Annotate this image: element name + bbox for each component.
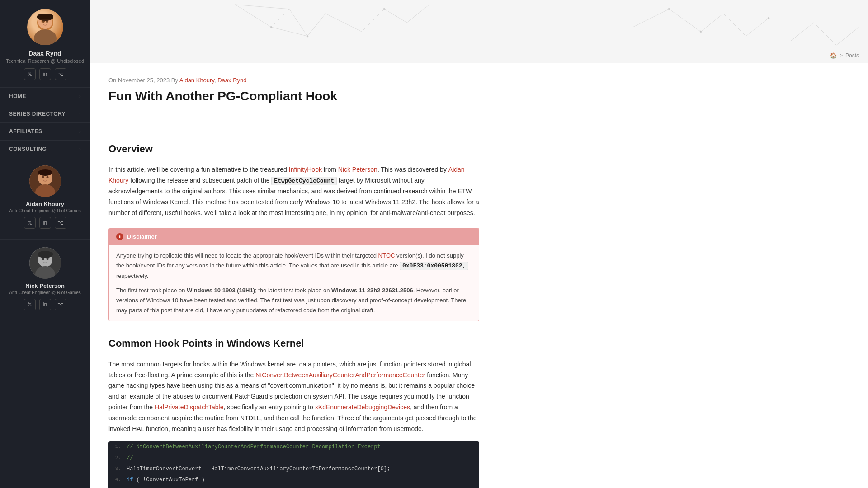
svg-point-42 <box>668 8 670 10</box>
svg-point-39 <box>270 26 272 28</box>
ntconvert-link[interactable]: NtConvertBetweenAuxiliaryCounterAndPerfo… <box>255 371 425 379</box>
disclaimer-content: Anyone trying to replicate this will nee… <box>109 245 479 321</box>
code-line-3-text: HalpTimerConvertConvert = HalTimerConver… <box>127 465 479 474</box>
overview-heading: Overview <box>108 141 479 157</box>
breadcrumb-current: Posts <box>845 52 859 59</box>
disclaimer-title: Disclaimer <box>127 232 157 242</box>
article-meta: On November 25, 2023 By Aidan Khoury, Da… <box>108 77 850 84</box>
disclaimer-icon: ℹ <box>116 233 123 240</box>
author-link-daax[interactable]: Daax Rynd <box>217 77 246 84</box>
svg-point-41 <box>383 8 385 10</box>
disclaimer-p1: Anyone trying to replicate this will nee… <box>116 251 472 281</box>
code-comment-2: // <box>127 454 479 463</box>
svg-line-28 <box>384 9 407 23</box>
svg-point-18 <box>46 258 48 260</box>
svg-line-37 <box>814 23 836 45</box>
svg-line-22 <box>289 9 307 36</box>
svg-line-32 <box>701 14 723 32</box>
nav-affiliates-label: AFFILIATES <box>9 128 42 135</box>
nick-peterson-link[interactable]: Nick Peterson <box>338 166 377 173</box>
svg-line-35 <box>769 18 791 41</box>
nav-home[interactable]: HOME › <box>0 87 90 105</box>
common-hooks-heading: Common Hook Points in Windows Kernel <box>108 335 479 352</box>
author-link-aidan[interactable]: Aidan Khoury <box>179 77 214 84</box>
linkedin-icon-nick[interactable]: in <box>39 299 51 310</box>
hero-area: 🏠 > Posts <box>90 0 868 63</box>
disclaimer-p2: The first test took place on Windows 10 … <box>116 286 472 315</box>
aidan-role: Anti-Cheat Engineer @ Riot Games <box>5 208 85 213</box>
svg-point-17 <box>42 258 44 260</box>
main-user-avatar <box>27 9 63 45</box>
nav-consulting-label: CONSULTING <box>9 146 47 152</box>
breadcrumb-separator: > <box>840 52 843 59</box>
github-icon-aidan[interactable]: ⌥ <box>55 217 66 229</box>
svg-line-26 <box>326 14 362 32</box>
svg-line-24 <box>235 5 289 9</box>
author-nick-section: Nick Peterson Anti-Cheat Engineer @ Riot… <box>0 239 90 321</box>
nick-socials: 𝕏 in ⌥ <box>24 299 66 310</box>
main-user-name: Daax Rynd <box>28 50 61 57</box>
svg-line-36 <box>791 23 814 41</box>
aidan-name: Aidan Khoury <box>26 201 64 207</box>
linkedin-icon-main[interactable]: in <box>39 68 51 80</box>
svg-point-44 <box>768 17 769 19</box>
svg-line-21 <box>271 9 289 27</box>
github-icon-main[interactable]: ⌥ <box>55 68 66 80</box>
svg-point-12 <box>46 176 48 178</box>
nav-series-directory[interactable]: SERIES DIRECTORY › <box>0 105 90 122</box>
svg-point-40 <box>307 35 308 37</box>
github-icon-nick[interactable]: ⌥ <box>55 299 66 310</box>
svg-point-13 <box>38 169 52 176</box>
article-header: On November 25, 2023 By Aidan Khoury, Da… <box>90 63 868 113</box>
disclaimer-box: ℹ Disclaimer Anyone trying to replicate … <box>108 228 479 322</box>
nav-consulting[interactable]: CONSULTING › <box>0 140 90 158</box>
svg-line-29 <box>407 5 429 23</box>
code-line-5: 5. HalpTimerConvertConvert = HalTimerCon… <box>108 486 479 488</box>
svg-line-30 <box>633 9 669 27</box>
chevron-right-icon: › <box>79 129 81 134</box>
home-icon[interactable]: 🏠 <box>830 52 837 59</box>
code-comment-1: // NtConvertBetweenAuxiliaryCounterAndPe… <box>127 442 479 451</box>
code-line-4-text: if ( !ConvertAuxToPerf ) <box>127 475 479 484</box>
nav-home-label: HOME <box>9 93 26 99</box>
svg-point-11 <box>42 176 44 178</box>
article-body: Overview In this article, we'll be cover… <box>90 113 497 488</box>
article-date: November 25, 2023 <box>118 77 170 84</box>
hal-dispatch-link[interactable]: HalPrivateDispatchTable <box>155 404 224 411</box>
linkedin-icon-aidan[interactable]: in <box>39 217 51 229</box>
main-user-role: Technical Research @ Undisclosed <box>1 58 89 64</box>
svg-line-31 <box>669 9 701 32</box>
author-aidan-section: Aidan Khoury Anti-Cheat Engineer @ Riot … <box>0 158 90 239</box>
nav-affiliates[interactable]: AFFILIATES › <box>0 122 90 140</box>
xkd-link[interactable]: xKdEnumerateDebuggingDevices <box>315 404 410 411</box>
svg-point-1 <box>34 29 57 45</box>
code-line-2: 2. // <box>108 453 479 464</box>
ntос-text: NTОС <box>378 252 395 259</box>
nick-avatar <box>29 247 61 279</box>
code-line-1: 1. // NtConvertBetweenAuxiliaryCounterAn… <box>108 441 479 452</box>
svg-rect-7 <box>37 14 53 19</box>
infinity-hook-link[interactable]: InfinityHook <box>289 166 322 173</box>
sidebar: Daax Rynd Technical Research @ Undisclos… <box>0 0 90 488</box>
values-code: 0x0F33:0x00501802, <box>400 262 468 270</box>
chevron-right-icon: › <box>79 112 81 117</box>
nav-series-label: SERIES DIRECTORY <box>9 111 66 117</box>
code-line-3: 3. HalpTimerConvertConvert = HalTimerCon… <box>108 464 479 474</box>
main-content: 🏠 > Posts On November 25, 2023 By Aidan … <box>90 0 868 488</box>
main-user-socials: 𝕏 in ⌥ <box>24 68 66 80</box>
hero-decoration <box>90 0 868 63</box>
svg-line-20 <box>235 5 271 27</box>
svg-point-19 <box>38 251 53 258</box>
twitter-icon-nick[interactable]: 𝕏 <box>24 299 36 310</box>
twitter-icon-main[interactable]: 𝕏 <box>24 68 36 80</box>
svg-line-27 <box>362 9 384 32</box>
twitter-icon-aidan[interactable]: 𝕏 <box>24 217 36 229</box>
svg-line-23 <box>307 14 326 36</box>
code-line-4: 4. if ( !ConvertAuxToPerf ) <box>108 474 479 485</box>
disclaimer-header: ℹ Disclaimer <box>109 228 479 245</box>
aidan-avatar <box>29 165 61 197</box>
code-block: 1. // NtConvertBetweenAuxiliaryCounterAn… <box>108 441 479 488</box>
etw-code: EtwpGetCycleCount <box>271 177 337 185</box>
aidan-socials: 𝕏 in ⌥ <box>24 217 66 229</box>
article-title: Fun With Another PG-Compliant Hook <box>108 89 850 103</box>
